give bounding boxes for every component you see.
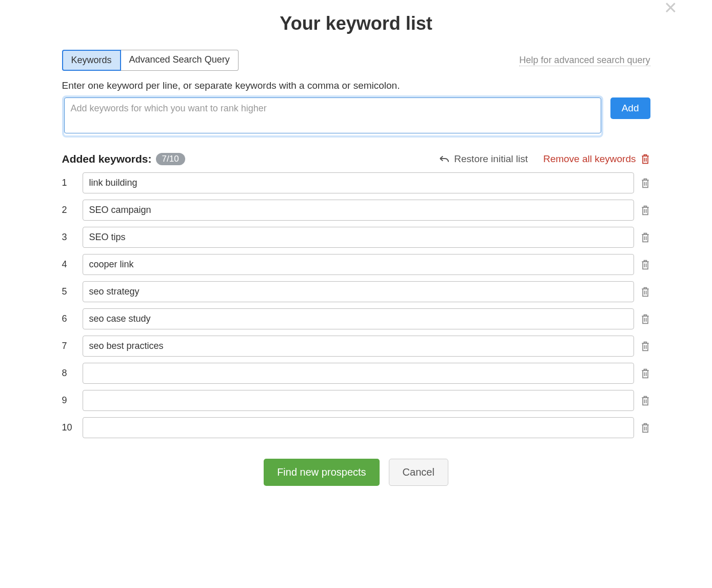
keyword-row: 8 [62, 363, 650, 384]
tabs: Keywords Advanced Search Query [62, 50, 239, 71]
trash-icon [640, 368, 650, 379]
keyword-row: 6 [62, 308, 650, 329]
keyword-list-modal: × Your keyword list Keywords Advanced Se… [47, 0, 666, 501]
delete-keyword-button[interactable] [640, 395, 650, 406]
keyword-row: 4 [62, 254, 650, 275]
keyword-row: 5 [62, 281, 650, 302]
keyword-textarea[interactable] [64, 97, 601, 133]
keyword-row-number: 8 [62, 368, 76, 379]
keyword-input[interactable] [83, 363, 634, 384]
trash-icon [640, 341, 650, 352]
restore-label: Restore initial list [454, 153, 528, 165]
delete-keyword-button[interactable] [640, 341, 650, 352]
trash-icon [640, 153, 650, 165]
added-keywords-label: Added keywords: 7/10 [62, 153, 185, 165]
keyword-row: 3 [62, 227, 650, 248]
trash-icon [640, 286, 650, 298]
delete-keyword-button[interactable] [640, 313, 650, 325]
keyword-input[interactable] [83, 308, 634, 329]
keyword-textarea-wrap [62, 95, 603, 138]
added-keywords-header: Added keywords: 7/10 Restore initial lis… [62, 153, 650, 165]
keyword-row-number: 1 [62, 178, 76, 188]
trash-icon [640, 232, 650, 243]
keyword-row-number: 4 [62, 259, 76, 270]
trash-icon [640, 313, 650, 325]
tab-advanced-search-query[interactable]: Advanced Search Query [121, 50, 239, 71]
remove-all-label: Remove all keywords [543, 153, 636, 165]
trash-icon [640, 205, 650, 216]
delete-keyword-button[interactable] [640, 286, 650, 298]
delete-keyword-button[interactable] [640, 422, 650, 434]
keyword-row: 10 [62, 417, 650, 438]
restore-initial-list-link[interactable]: Restore initial list [439, 153, 528, 165]
keyword-list: 12345678910 [62, 172, 650, 438]
keyword-row-number: 3 [62, 232, 76, 243]
keyword-input[interactable] [83, 200, 634, 221]
help-advanced-search-link[interactable]: Help for advanced search query [519, 55, 650, 66]
keyword-row-number: 6 [62, 313, 76, 324]
keyword-row: 1 [62, 172, 650, 193]
keyword-row: 2 [62, 200, 650, 221]
undo-icon [439, 154, 450, 164]
delete-keyword-button[interactable] [640, 259, 650, 270]
add-button[interactable]: Add [610, 97, 650, 119]
close-icon[interactable]: × [664, 0, 677, 18]
tab-keywords[interactable]: Keywords [62, 50, 121, 71]
keyword-row-number: 10 [62, 422, 76, 433]
delete-keyword-button[interactable] [640, 178, 650, 189]
modal-title: Your keyword list [62, 13, 650, 34]
remove-all-keywords-link[interactable]: Remove all keywords [543, 153, 650, 165]
delete-keyword-button[interactable] [640, 232, 650, 243]
list-actions: Restore initial list Remove all keywords [439, 153, 650, 165]
keyword-input-row: Add [62, 95, 650, 138]
tabs-row: Keywords Advanced Search Query Help for … [62, 50, 650, 71]
keyword-input[interactable] [83, 390, 634, 411]
delete-keyword-button[interactable] [640, 205, 650, 216]
trash-icon [640, 422, 650, 434]
find-new-prospects-button[interactable]: Find new prospects [264, 459, 379, 486]
keyword-input[interactable] [83, 227, 634, 248]
cancel-button[interactable]: Cancel [389, 459, 448, 486]
keyword-input[interactable] [83, 172, 634, 193]
trash-icon [640, 259, 650, 270]
keyword-row-number: 9 [62, 395, 76, 406]
keyword-row-number: 5 [62, 286, 76, 297]
keyword-count-badge: 7/10 [156, 153, 185, 165]
footer-buttons: Find new prospects Cancel [62, 459, 650, 486]
keyword-input[interactable] [83, 281, 634, 302]
keyword-row: 9 [62, 390, 650, 411]
trash-icon [640, 178, 650, 189]
added-keywords-text: Added keywords: [62, 153, 152, 165]
trash-icon [640, 395, 650, 406]
keyword-row-number: 2 [62, 205, 76, 215]
keyword-input[interactable] [83, 336, 634, 357]
keyword-input[interactable] [83, 417, 634, 438]
keyword-row-number: 7 [62, 341, 76, 351]
delete-keyword-button[interactable] [640, 368, 650, 379]
keyword-input[interactable] [83, 254, 634, 275]
instruction-text: Enter one keyword per line, or separate … [62, 80, 650, 91]
keyword-row: 7 [62, 336, 650, 357]
